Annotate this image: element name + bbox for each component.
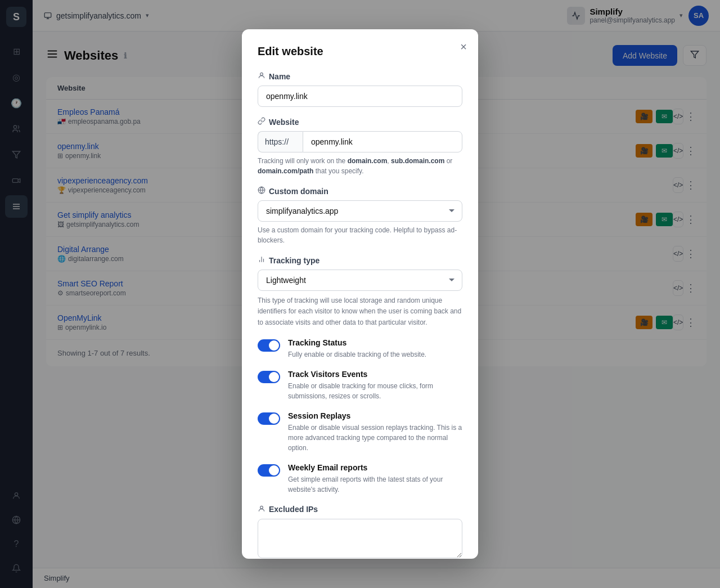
modal-title: Edit website — [258, 45, 462, 58]
modal-close-button[interactable]: × — [460, 41, 467, 53]
custom-domain-select[interactable]: simplifyanalytics.app — [258, 200, 462, 222]
track-visitors-content: Track Visitors Events Enable or disable … — [288, 370, 462, 401]
website-url-input[interactable] — [303, 131, 462, 152]
track-visitors-row: Track Visitors Events Enable or disable … — [258, 370, 462, 401]
custom-domain-hint: Use a custom domain for your tracking co… — [258, 225, 462, 245]
name-label: Name — [258, 71, 462, 81]
track-visitors-label: Track Visitors Events — [288, 370, 462, 379]
name-input[interactable] — [258, 86, 462, 107]
tracking-status-content: Tracking Status Fully enable or disable … — [288, 338, 462, 360]
tracking-status-toggle[interactable] — [258, 339, 280, 352]
weekly-email-label: Weekly Email reports — [288, 463, 462, 472]
weekly-email-row: Weekly Email reports Get simple email re… — [258, 463, 462, 495]
chart-icon — [258, 255, 266, 265]
session-replays-row: Session Replays Enable or disable visual… — [258, 411, 462, 453]
tracking-status-desc: Fully enable or disable tracking of the … — [288, 349, 462, 360]
excluded-ips-textarea[interactable] — [258, 519, 462, 558]
weekly-email-desc: Get simple email reports with the latest… — [288, 474, 462, 495]
website-section: Website https:// http:// Tracking will o… — [258, 117, 462, 176]
globe-icon — [258, 186, 266, 196]
session-replays-content: Session Replays Enable or disable visual… — [288, 411, 462, 453]
tracking-type-select[interactable]: Lightweight Standard Advanced — [258, 270, 462, 291]
name-section: Name — [258, 71, 462, 107]
website-label: Website — [258, 117, 462, 127]
edit-website-modal: Edit website × Name Website https: — [242, 29, 478, 559]
svg-point-21 — [260, 506, 263, 509]
weekly-email-toggle[interactable] — [258, 464, 280, 477]
custom-domain-section: Custom domain simplifyanalytics.app Use … — [258, 186, 462, 245]
tracking-type-section: Tracking type Lightweight Standard Advan… — [258, 255, 462, 328]
session-replays-label: Session Replays — [288, 411, 462, 420]
website-input-row: https:// http:// — [258, 131, 462, 152]
excluded-ips-icon — [258, 505, 266, 514]
name-icon — [258, 71, 266, 81]
custom-domain-label: Custom domain — [258, 186, 462, 196]
modal-overlay[interactable]: Edit website × Name Website https: — [0, 0, 720, 588]
session-replays-desc: Enable or disable visual session replays… — [288, 423, 462, 453]
tracking-type-label: Tracking type — [258, 255, 462, 265]
tracking-status-row: Tracking Status Fully enable or disable … — [258, 338, 462, 360]
svg-point-15 — [260, 73, 263, 76]
tracking-hint: Tracking will only work on the domain.co… — [258, 156, 462, 176]
excluded-ips-section: Excluded IPs Exclude IPs from being trac… — [258, 505, 462, 559]
tracking-status-label: Tracking Status — [288, 338, 462, 347]
excluded-ips-label: Excluded IPs — [258, 505, 462, 514]
tracking-type-desc: This type of tracking will use local sto… — [258, 295, 462, 328]
link-icon — [258, 117, 266, 127]
track-visitors-toggle[interactable] — [258, 371, 280, 383]
weekly-email-content: Weekly Email reports Get simple email re… — [288, 463, 462, 495]
track-visitors-desc: Enable or disable tracking for mouse cli… — [288, 381, 462, 401]
session-replays-toggle[interactable] — [258, 412, 280, 425]
protocol-select[interactable]: https:// http:// — [258, 131, 303, 152]
